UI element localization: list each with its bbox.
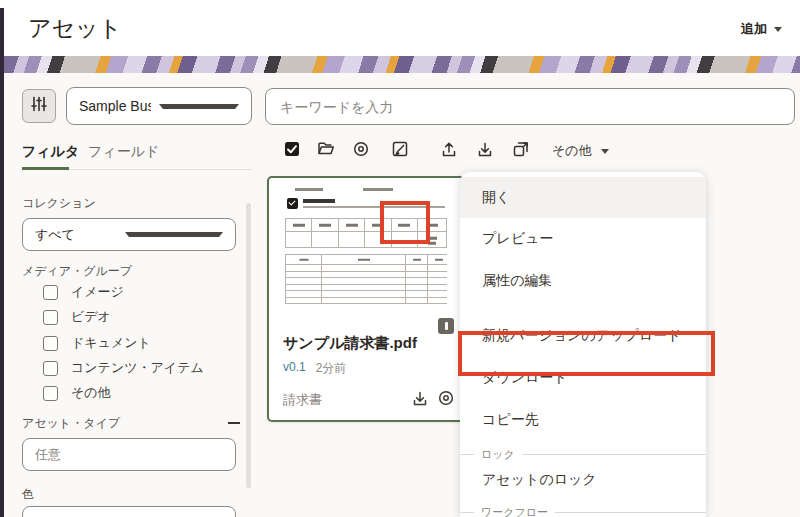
page-header: アセット 追加 [4, 0, 800, 56]
menu-section-lock-label: ロック [474, 447, 522, 462]
active-tab-indicator [22, 167, 69, 170]
media-checkbox-video[interactable]: ビデオ [43, 307, 111, 327]
search-input[interactable] [265, 88, 795, 125]
asset-filename: サンプル請求書.pdf [283, 334, 417, 353]
collection-select-value: すべて [35, 226, 125, 244]
asset-category-label: 請求書 [283, 391, 322, 409]
selected-checkbox-icon[interactable] [283, 140, 301, 158]
edit-icon[interactable] [391, 140, 409, 158]
media-group-label: メディア・グループ [22, 263, 132, 280]
media-checkbox-document[interactable]: ドキュメント [43, 333, 151, 353]
preview-eye-icon[interactable] [352, 140, 370, 158]
open-folder-icon[interactable] [317, 140, 335, 158]
checkbox-icon[interactable] [43, 310, 58, 325]
upload-icon[interactable] [440, 140, 458, 158]
info-icon[interactable] [438, 318, 454, 334]
collapse-minus-icon[interactable] [228, 422, 240, 424]
more-actions-button[interactable]: その他 [552, 142, 609, 160]
media-checkbox-content-item[interactable]: コンテンツ・アイテム [43, 358, 204, 378]
checkbox-icon[interactable] [43, 361, 58, 376]
menu-item-copy-to[interactable]: コピー先 [460, 399, 706, 441]
menu-item-upload-new-version[interactable]: 新規バージョンのアップロード [460, 315, 706, 357]
chevron-down-icon [601, 149, 609, 154]
menu-item-preview[interactable]: プレビュー [460, 218, 706, 260]
menu-item-open[interactable]: 開く [460, 177, 706, 218]
sliders-filter-icon [30, 95, 48, 117]
menu-item-lock-asset[interactable]: アセットのロック [460, 461, 706, 499]
thumbnail-table-main [285, 254, 447, 304]
checkbox-label: ビデオ [71, 308, 111, 326]
repository-selector-value: Sample Business Rep... [79, 98, 151, 114]
preview-eye-icon[interactable] [437, 389, 455, 407]
content-area: Sample Business Rep... フィルタ フィールド コレクション… [4, 73, 800, 517]
collection-label: コレクション [22, 195, 96, 212]
menu-section-workflow-label: ワークフロー [474, 505, 555, 517]
page-title: アセット [28, 13, 122, 44]
media-checkbox-image[interactable]: イメージ [43, 282, 124, 302]
thumbnail-checkbox-graphic [287, 198, 298, 209]
thumbnail-table-top [285, 218, 447, 248]
decorative-banner [4, 56, 800, 73]
menu-section-workflow: ワークフロー [460, 505, 706, 517]
asset-version[interactable]: v0.1 [283, 360, 306, 377]
checkbox-icon[interactable] [43, 386, 58, 401]
chevron-down-icon [774, 27, 782, 32]
tab-filter[interactable]: フィルタ [22, 143, 79, 161]
checkbox-icon[interactable] [43, 285, 58, 300]
asset-type-input[interactable] [22, 438, 236, 471]
asset-type-label: アセット・タイプ [22, 415, 120, 432]
color-label: 色 [22, 486, 34, 503]
pdf-thumbnail [275, 184, 457, 310]
asset-meta: v0.1 2分前 [283, 360, 346, 377]
tab-fields[interactable]: フィールド [88, 143, 159, 161]
asset-card[interactable]: サンプル請求書.pdf v0.1 2分前 請求書 [267, 176, 465, 422]
filter-panel-toggle-button[interactable] [22, 89, 56, 123]
checkbox-label: コンテンツ・アイテム [71, 359, 204, 377]
color-input[interactable] [22, 506, 236, 517]
media-checkbox-other[interactable]: その他 [43, 383, 111, 403]
copy-move-icon[interactable] [512, 140, 530, 158]
checkbox-label: イメージ [71, 283, 124, 301]
more-actions-label: その他 [552, 142, 592, 160]
asset-modified-time: 2分前 [316, 360, 347, 377]
checkbox-label: その他 [71, 384, 111, 402]
repository-selector[interactable]: Sample Business Rep... [66, 87, 252, 125]
checkbox-label: ドキュメント [71, 334, 151, 352]
chevron-down-icon [125, 232, 223, 237]
download-icon[interactable] [411, 389, 429, 407]
checkbox-icon[interactable] [43, 336, 58, 351]
menu-spacer [460, 302, 706, 315]
context-menu: 開く プレビュー 属性の編集 新規バージョンのアップロード ダウンロード コピー… [460, 172, 706, 517]
menu-section-lock: ロック [460, 447, 706, 461]
download-icon[interactable] [476, 140, 494, 158]
assets-page: アセット 追加 Sample Business Rep... フィルタ フィール… [0, 0, 800, 517]
sidebar-scrollbar[interactable] [246, 203, 251, 488]
add-button-label: 追加 [741, 20, 767, 38]
chevron-down-icon [159, 104, 239, 109]
collection-select[interactable]: すべて [22, 218, 236, 251]
menu-item-edit-attributes[interactable]: 属性の編集 [460, 260, 706, 302]
menu-item-download[interactable]: ダウンロード [460, 357, 706, 399]
add-button[interactable]: 追加 [741, 20, 782, 38]
